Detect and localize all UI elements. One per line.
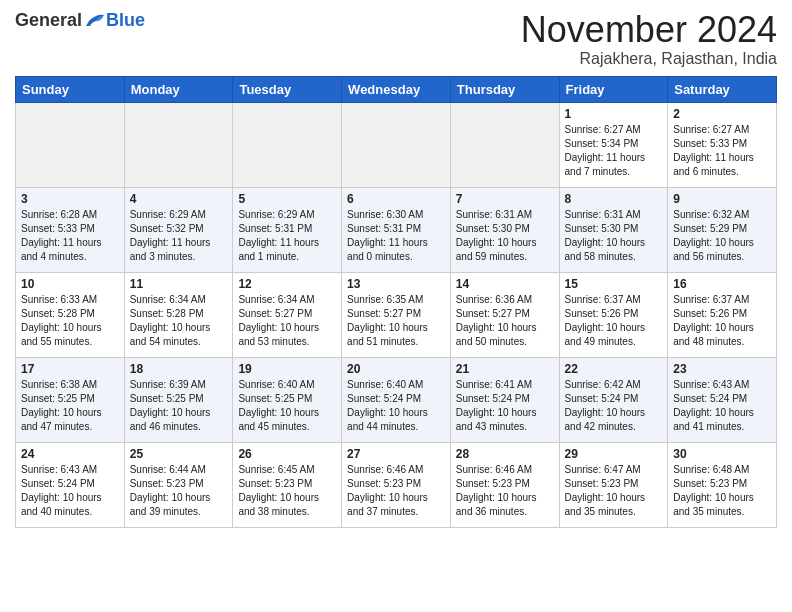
day-number: 6 [347,192,445,206]
day-number: 11 [130,277,228,291]
day-info: Sunrise: 6:43 AMSunset: 5:24 PMDaylight:… [673,378,771,434]
day-info: Sunrise: 6:39 AMSunset: 5:25 PMDaylight:… [130,378,228,434]
day-number: 20 [347,362,445,376]
day-info: Sunrise: 6:40 AMSunset: 5:24 PMDaylight:… [347,378,445,434]
day-info: Sunrise: 6:41 AMSunset: 5:24 PMDaylight:… [456,378,554,434]
day-number: 22 [565,362,663,376]
day-info: Sunrise: 6:48 AMSunset: 5:23 PMDaylight:… [673,463,771,519]
calendar-day-cell [16,102,125,187]
day-info: Sunrise: 6:34 AMSunset: 5:28 PMDaylight:… [130,293,228,349]
day-info: Sunrise: 6:46 AMSunset: 5:23 PMDaylight:… [456,463,554,519]
day-number: 4 [130,192,228,206]
calendar-day-cell: 30Sunrise: 6:48 AMSunset: 5:23 PMDayligh… [668,442,777,527]
calendar-day-cell: 29Sunrise: 6:47 AMSunset: 5:23 PMDayligh… [559,442,668,527]
day-number: 23 [673,362,771,376]
logo: General Blue [15,10,145,31]
calendar-day-cell: 22Sunrise: 6:42 AMSunset: 5:24 PMDayligh… [559,357,668,442]
day-number: 3 [21,192,119,206]
calendar-week-row: 1Sunrise: 6:27 AMSunset: 5:34 PMDaylight… [16,102,777,187]
logo-general: General [15,10,82,31]
calendar-day-cell: 26Sunrise: 6:45 AMSunset: 5:23 PMDayligh… [233,442,342,527]
day-info: Sunrise: 6:31 AMSunset: 5:30 PMDaylight:… [565,208,663,264]
day-info: Sunrise: 6:37 AMSunset: 5:26 PMDaylight:… [673,293,771,349]
day-number: 21 [456,362,554,376]
calendar-day-cell: 16Sunrise: 6:37 AMSunset: 5:26 PMDayligh… [668,272,777,357]
day-info: Sunrise: 6:47 AMSunset: 5:23 PMDaylight:… [565,463,663,519]
day-info: Sunrise: 6:37 AMSunset: 5:26 PMDaylight:… [565,293,663,349]
day-number: 18 [130,362,228,376]
day-info: Sunrise: 6:28 AMSunset: 5:33 PMDaylight:… [21,208,119,264]
calendar-week-row: 10Sunrise: 6:33 AMSunset: 5:28 PMDayligh… [16,272,777,357]
calendar-day-cell: 28Sunrise: 6:46 AMSunset: 5:23 PMDayligh… [450,442,559,527]
logo-bird-icon [84,12,106,30]
calendar-week-row: 17Sunrise: 6:38 AMSunset: 5:25 PMDayligh… [16,357,777,442]
day-number: 27 [347,447,445,461]
day-info: Sunrise: 6:46 AMSunset: 5:23 PMDaylight:… [347,463,445,519]
calendar-day-cell [233,102,342,187]
day-info: Sunrise: 6:36 AMSunset: 5:27 PMDaylight:… [456,293,554,349]
day-info: Sunrise: 6:32 AMSunset: 5:29 PMDaylight:… [673,208,771,264]
day-number: 19 [238,362,336,376]
calendar-day-cell: 5Sunrise: 6:29 AMSunset: 5:31 PMDaylight… [233,187,342,272]
calendar-day-cell: 8Sunrise: 6:31 AMSunset: 5:30 PMDaylight… [559,187,668,272]
day-number: 24 [21,447,119,461]
day-info: Sunrise: 6:33 AMSunset: 5:28 PMDaylight:… [21,293,119,349]
day-number: 15 [565,277,663,291]
day-number: 12 [238,277,336,291]
page-header: General Blue November 2024 Rajakhera, Ra… [15,10,777,68]
calendar-day-cell [450,102,559,187]
calendar-day-cell: 21Sunrise: 6:41 AMSunset: 5:24 PMDayligh… [450,357,559,442]
day-info: Sunrise: 6:43 AMSunset: 5:24 PMDaylight:… [21,463,119,519]
day-info: Sunrise: 6:40 AMSunset: 5:25 PMDaylight:… [238,378,336,434]
calendar-day-cell: 2Sunrise: 6:27 AMSunset: 5:33 PMDaylight… [668,102,777,187]
calendar-table: SundayMondayTuesdayWednesdayThursdayFrid… [15,76,777,528]
logo-blue: Blue [106,10,145,31]
calendar-day-cell: 13Sunrise: 6:35 AMSunset: 5:27 PMDayligh… [342,272,451,357]
day-info: Sunrise: 6:45 AMSunset: 5:23 PMDaylight:… [238,463,336,519]
calendar-day-cell: 10Sunrise: 6:33 AMSunset: 5:28 PMDayligh… [16,272,125,357]
day-info: Sunrise: 6:38 AMSunset: 5:25 PMDaylight:… [21,378,119,434]
calendar-day-cell: 27Sunrise: 6:46 AMSunset: 5:23 PMDayligh… [342,442,451,527]
calendar-week-row: 3Sunrise: 6:28 AMSunset: 5:33 PMDaylight… [16,187,777,272]
title-section: November 2024 Rajakhera, Rajasthan, Indi… [521,10,777,68]
day-number: 26 [238,447,336,461]
calendar-day-cell: 23Sunrise: 6:43 AMSunset: 5:24 PMDayligh… [668,357,777,442]
calendar-day-cell: 9Sunrise: 6:32 AMSunset: 5:29 PMDaylight… [668,187,777,272]
day-number: 7 [456,192,554,206]
day-number: 29 [565,447,663,461]
day-number: 2 [673,107,771,121]
month-title: November 2024 [521,10,777,50]
day-number: 16 [673,277,771,291]
day-info: Sunrise: 6:29 AMSunset: 5:31 PMDaylight:… [238,208,336,264]
calendar-day-cell: 1Sunrise: 6:27 AMSunset: 5:34 PMDaylight… [559,102,668,187]
location: Rajakhera, Rajasthan, India [521,50,777,68]
calendar-day-cell: 14Sunrise: 6:36 AMSunset: 5:27 PMDayligh… [450,272,559,357]
day-info: Sunrise: 6:31 AMSunset: 5:30 PMDaylight:… [456,208,554,264]
day-info: Sunrise: 6:44 AMSunset: 5:23 PMDaylight:… [130,463,228,519]
calendar-week-row: 24Sunrise: 6:43 AMSunset: 5:24 PMDayligh… [16,442,777,527]
day-number: 9 [673,192,771,206]
calendar-header-row: SundayMondayTuesdayWednesdayThursdayFrid… [16,76,777,102]
weekday-header-friday: Friday [559,76,668,102]
weekday-header-wednesday: Wednesday [342,76,451,102]
calendar-page: General Blue November 2024 Rajakhera, Ra… [0,0,792,538]
day-number: 28 [456,447,554,461]
calendar-day-cell: 15Sunrise: 6:37 AMSunset: 5:26 PMDayligh… [559,272,668,357]
day-number: 13 [347,277,445,291]
day-info: Sunrise: 6:27 AMSunset: 5:33 PMDaylight:… [673,123,771,179]
weekday-header-tuesday: Tuesday [233,76,342,102]
calendar-day-cell [342,102,451,187]
calendar-day-cell: 4Sunrise: 6:29 AMSunset: 5:32 PMDaylight… [124,187,233,272]
calendar-day-cell: 17Sunrise: 6:38 AMSunset: 5:25 PMDayligh… [16,357,125,442]
day-number: 17 [21,362,119,376]
weekday-header-thursday: Thursday [450,76,559,102]
day-number: 25 [130,447,228,461]
day-number: 5 [238,192,336,206]
calendar-day-cell: 18Sunrise: 6:39 AMSunset: 5:25 PMDayligh… [124,357,233,442]
day-info: Sunrise: 6:30 AMSunset: 5:31 PMDaylight:… [347,208,445,264]
day-info: Sunrise: 6:34 AMSunset: 5:27 PMDaylight:… [238,293,336,349]
calendar-day-cell: 3Sunrise: 6:28 AMSunset: 5:33 PMDaylight… [16,187,125,272]
day-number: 8 [565,192,663,206]
weekday-header-saturday: Saturday [668,76,777,102]
day-info: Sunrise: 6:29 AMSunset: 5:32 PMDaylight:… [130,208,228,264]
